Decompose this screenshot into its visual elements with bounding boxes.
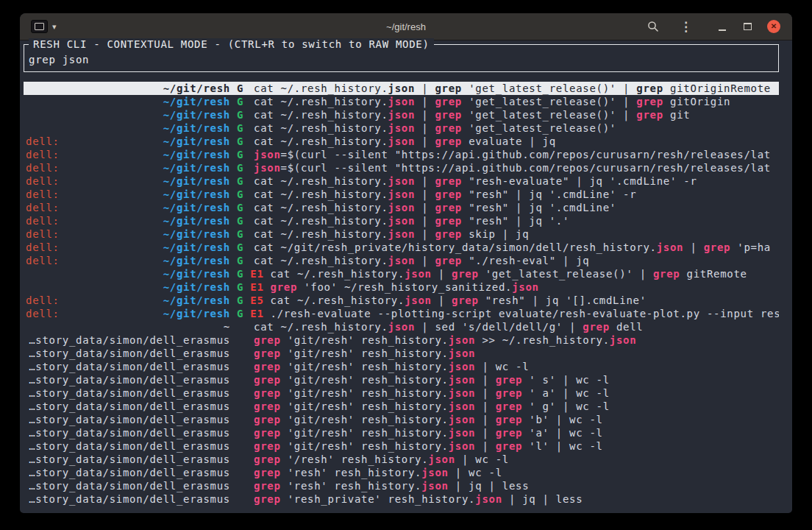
git-flag: G bbox=[237, 228, 243, 240]
history-row[interactable]: …story_data/simon/dell_erasmusgrep 'resh… bbox=[24, 466, 779, 479]
menu-button[interactable]: ⋮ bbox=[680, 21, 692, 33]
history-row[interactable]: ~/git/reshGcat ~/.resh_history.json | gr… bbox=[24, 82, 779, 95]
row-host: dell: bbox=[26, 188, 60, 201]
row-command: cat ~/.resh_history.json | grep evaluate… bbox=[254, 135, 779, 148]
history-row[interactable]: ~/git/reshGcat ~/.resh_history.json | gr… bbox=[24, 95, 779, 108]
git-flag: G bbox=[237, 202, 243, 213]
history-row[interactable]: …story_data/simon/dell_erasmusgrep '/res… bbox=[24, 453, 779, 466]
match-highlight: grep bbox=[452, 294, 479, 306]
row-directory: ~/git/resh bbox=[163, 280, 230, 294]
match-highlight: grep bbox=[254, 453, 281, 465]
match-highlight: json bbox=[388, 109, 416, 121]
match-highlight: grep bbox=[435, 175, 462, 187]
terminal-mini-icon bbox=[35, 23, 44, 30]
row-directory: ~/git/resh bbox=[163, 201, 230, 214]
match-highlight: json bbox=[512, 281, 539, 293]
row-directory: …story_data/simon/dell_erasmus bbox=[29, 386, 230, 400]
row-flags: G bbox=[237, 135, 247, 148]
row-directory: ~/git/resh bbox=[163, 82, 230, 95]
history-row[interactable]: ~/git/reshGcat ~/.resh_history.json | gr… bbox=[24, 108, 779, 121]
row-host: dell: bbox=[26, 214, 60, 227]
history-row[interactable]: …story_data/simon/dell_erasmusgrep 'git/… bbox=[24, 360, 779, 373]
row-directory: ~/git/resh bbox=[163, 267, 230, 280]
minimize-button[interactable] bbox=[717, 13, 727, 40]
titlebar[interactable]: ▾ ~/git/resh ⋮ ✕ bbox=[20, 13, 792, 40]
match-highlight: json bbox=[405, 294, 432, 306]
row-command: grep 'git/resh' resh_history.json | grep… bbox=[254, 373, 779, 386]
row-directory: ~/git/resh bbox=[163, 307, 230, 320]
row-command: cat ~/.resh_history.json | grep "resh" |… bbox=[271, 294, 779, 307]
row-host: dell: bbox=[26, 161, 60, 174]
history-row[interactable]: dell:~/git/reshGcat ~/.resh_history.json… bbox=[24, 227, 779, 241]
history-row[interactable]: …story_data/simon/dell_erasmusgrep 'git/… bbox=[24, 333, 779, 347]
row-host: dell: bbox=[26, 174, 60, 188]
terminal-content: RESH CLI - CONTEXTUAL MODE - (CTRL+R to … bbox=[20, 40, 792, 513]
history-row[interactable]: dell:~/git/reshGcat ~/.resh_history.json… bbox=[24, 188, 779, 201]
match-highlight: grep bbox=[636, 82, 663, 94]
row-flags: G E1 bbox=[237, 280, 264, 294]
history-row[interactable]: dell:~/git/reshGcat ~/git/resh_private/h… bbox=[24, 241, 779, 254]
match-highlight: grep bbox=[636, 96, 663, 107]
match-highlight: grep bbox=[254, 387, 281, 399]
history-row[interactable]: dell:~/git/reshGjson=$(curl --silent "ht… bbox=[24, 148, 779, 161]
match-highlight: grep bbox=[435, 188, 462, 200]
git-flag: G bbox=[237, 162, 243, 174]
row-flags: G bbox=[237, 108, 247, 121]
row-command: cat ~/.resh_history.json | grep 'get_lat… bbox=[271, 267, 779, 280]
match-highlight: json bbox=[388, 228, 416, 240]
row-command: cat ~/.resh_history.json | grep "resh" |… bbox=[254, 188, 779, 201]
git-flag: G bbox=[237, 281, 243, 293]
history-row[interactable]: ~cat ~/.resh_history.json | sed 's/dell/… bbox=[24, 320, 779, 333]
history-row[interactable]: …story_data/simon/dell_erasmusgrep 'git/… bbox=[24, 439, 779, 453]
search-query-input[interactable]: grep json bbox=[29, 53, 89, 66]
row-flags: G bbox=[237, 82, 247, 95]
row-command: cat ~/.resh_history.json | grep 'get_lat… bbox=[254, 82, 779, 95]
row-command: grep 'git/resh' resh_history.json | grep… bbox=[254, 413, 779, 426]
match-highlight: grep bbox=[653, 268, 680, 280]
row-directory: ~/git/resh bbox=[163, 95, 230, 108]
restore-button[interactable] bbox=[742, 13, 752, 40]
history-row[interactable]: …story_data/simon/dell_erasmusgrep 'git/… bbox=[24, 426, 779, 439]
match-highlight: grep bbox=[583, 321, 610, 333]
close-button[interactable]: ✕ bbox=[767, 20, 780, 33]
history-row[interactable]: ~/git/reshG E1cat ~/.resh_history.json |… bbox=[24, 267, 779, 280]
row-directory: …story_data/simon/dell_erasmus bbox=[29, 373, 230, 386]
match-highlight: json bbox=[449, 334, 476, 346]
history-row[interactable]: …story_data/simon/dell_erasmusgrep 'git/… bbox=[24, 373, 779, 386]
search-icon bbox=[647, 21, 659, 32]
history-row[interactable]: dell:~/git/reshGcat ~/.resh_history.json… bbox=[24, 135, 779, 148]
match-highlight: json bbox=[388, 215, 416, 227]
history-row[interactable]: dell:~/git/reshGcat ~/.resh_history.json… bbox=[24, 174, 779, 188]
search-button[interactable] bbox=[647, 21, 659, 32]
match-highlight: grep bbox=[636, 109, 663, 121]
row-directory: …story_data/simon/dell_erasmus bbox=[29, 453, 230, 466]
history-row[interactable]: ~/git/reshG E1grep 'foo' ~/resh_history_… bbox=[24, 280, 779, 294]
minimize-icon bbox=[719, 29, 726, 31]
history-row[interactable]: …story_data/simon/dell_erasmusgrep 'resh… bbox=[24, 492, 779, 506]
chevron-down-icon: ▾ bbox=[52, 23, 57, 31]
exit-code-flag: E5 bbox=[250, 294, 263, 306]
row-flags bbox=[237, 400, 247, 413]
history-row[interactable]: …story_data/simon/dell_erasmusgrep 'git/… bbox=[24, 413, 779, 426]
history-row[interactable]: …story_data/simon/dell_erasmusgrep 'git/… bbox=[24, 400, 779, 413]
row-command: grep 'git/resh' resh_history.json >> ~/.… bbox=[254, 333, 779, 347]
history-row[interactable]: dell:~/git/reshGcat ~/.resh_history.json… bbox=[24, 214, 779, 227]
row-flags bbox=[237, 439, 247, 453]
row-flags bbox=[237, 466, 247, 479]
history-row[interactable]: dell:~/git/reshGcat ~/.resh_history.json… bbox=[24, 201, 779, 214]
history-row[interactable]: ~/git/reshGcat ~/.resh_history.json | gr… bbox=[24, 121, 779, 135]
row-flags: G bbox=[237, 121, 247, 135]
history-row[interactable]: dell:~/git/reshGjson=$(curl --silent "ht… bbox=[24, 161, 779, 174]
git-flag: G bbox=[237, 308, 243, 319]
row-host: dell: bbox=[26, 241, 60, 254]
match-highlight: grep bbox=[435, 96, 462, 107]
history-row[interactable]: dell:~/git/reshGcat ~/.resh_history.json… bbox=[24, 254, 779, 267]
history-row[interactable]: …story_data/simon/dell_erasmusgrep 'git/… bbox=[24, 347, 779, 360]
new-tab-button[interactable]: ▾ bbox=[31, 20, 57, 33]
history-row[interactable]: …story_data/simon/dell_erasmusgrep 'resh… bbox=[24, 479, 779, 492]
history-row[interactable]: …story_data/simon/dell_erasmusgrep 'git/… bbox=[24, 386, 779, 400]
match-highlight: grep bbox=[435, 228, 462, 240]
history-row[interactable]: dell:~/git/reshG E5cat ~/.resh_history.j… bbox=[24, 294, 779, 307]
history-row[interactable]: dell:~/git/reshG E1./resh-evaluate --plo… bbox=[24, 307, 779, 320]
match-highlight: json bbox=[388, 202, 416, 213]
